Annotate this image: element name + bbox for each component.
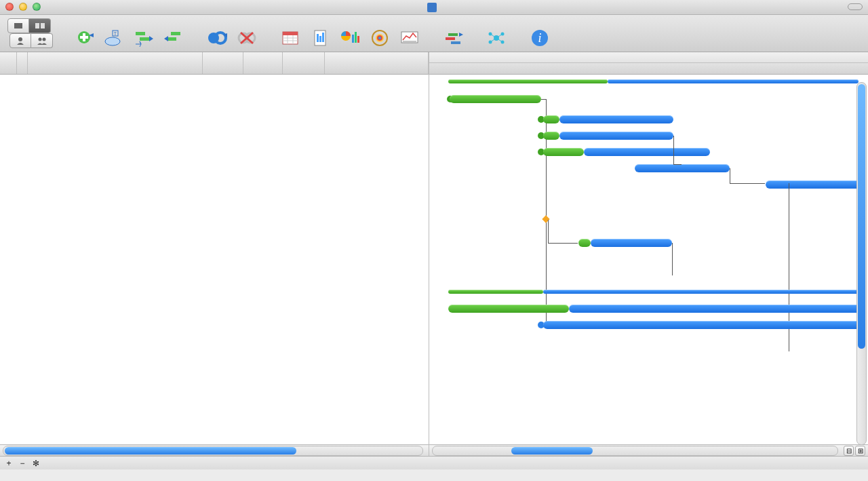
svg-point-11 <box>105 37 120 45</box>
col-header-resources[interactable] <box>325 52 429 74</box>
view-dual-button[interactable] <box>29 18 51 33</box>
svg-point-4 <box>38 38 41 41</box>
svg-rect-43 <box>448 33 458 36</box>
svg-rect-13 <box>140 37 149 41</box>
calendar-button[interactable] <box>278 28 302 50</box>
gantt-chart: ⊟ ⊞ <box>429 52 868 456</box>
outdent-button[interactable] <box>161 28 186 50</box>
svg-rect-15 <box>167 37 176 41</box>
col-header-start[interactable] <box>243 52 283 74</box>
svg-text:T: T <box>114 31 117 36</box>
view-person-button[interactable] <box>9 33 31 48</box>
collapse-view-icon[interactable]: ⊟ <box>844 446 854 456</box>
col-header-name[interactable] <box>28 52 203 74</box>
add-item-button[interactable] <box>72 28 96 50</box>
svg-rect-1 <box>35 23 39 28</box>
svg-rect-8 <box>80 36 88 39</box>
open-mindmap-button[interactable] <box>484 28 509 50</box>
doc-icon <box>427 3 437 12</box>
svg-rect-12 <box>136 32 145 35</box>
toolbar: T <box>0 15 868 52</box>
inspector-button[interactable]: i <box>528 28 552 50</box>
theme-button[interactable] <box>441 28 465 50</box>
zoom-icon[interactable] <box>33 3 41 11</box>
window-titlebar <box>0 0 868 15</box>
svg-rect-0 <box>14 23 22 28</box>
project-diagrams-button[interactable] <box>368 28 392 50</box>
view-single-button[interactable] <box>7 18 29 33</box>
status-bar: + − ✻ <box>0 456 868 469</box>
add-row-button[interactable]: + <box>4 459 14 468</box>
remove-row-button[interactable]: − <box>18 459 27 468</box>
svg-point-39 <box>378 37 381 39</box>
task-table <box>0 52 429 456</box>
svg-text:i: i <box>538 31 541 45</box>
expand-view-icon[interactable]: ⊞ <box>855 446 865 456</box>
col-header-duration[interactable] <box>203 52 243 74</box>
svg-rect-33 <box>352 35 354 43</box>
svg-rect-23 <box>283 32 298 35</box>
gantt-hscroll[interactable] <box>432 446 838 456</box>
svg-rect-2 <box>41 23 45 28</box>
table-hscroll[interactable] <box>3 446 423 456</box>
micro-reports-button[interactable] <box>397 28 422 50</box>
svg-point-5 <box>42 38 45 41</box>
add-textbox-button[interactable]: T <box>102 28 126 50</box>
col-header-tree[interactable] <box>17 52 28 74</box>
svg-rect-31 <box>322 33 324 42</box>
svg-rect-34 <box>355 32 357 43</box>
indent-button[interactable] <box>132 28 156 50</box>
settings-gear-icon[interactable]: ✻ <box>31 459 41 468</box>
svg-rect-29 <box>317 34 319 42</box>
view-group-button[interactable] <box>31 33 53 48</box>
reports-button[interactable] <box>308 28 332 50</box>
svg-rect-35 <box>357 36 359 43</box>
col-header-finish[interactable] <box>283 52 325 74</box>
minimize-icon[interactable] <box>19 3 27 11</box>
vertical-scrollbar[interactable] <box>856 82 867 445</box>
svg-rect-14 <box>171 32 180 35</box>
dashboards-button[interactable] <box>338 28 362 50</box>
svg-rect-42 <box>446 37 455 40</box>
unlink-button[interactable] <box>235 28 259 50</box>
titlebar-pill-icon[interactable] <box>848 3 863 10</box>
col-header-num[interactable] <box>0 52 17 74</box>
svg-point-3 <box>18 37 22 41</box>
svg-rect-44 <box>451 41 460 44</box>
link-button[interactable] <box>205 28 229 50</box>
svg-rect-30 <box>319 36 321 42</box>
close-icon[interactable] <box>5 3 14 11</box>
